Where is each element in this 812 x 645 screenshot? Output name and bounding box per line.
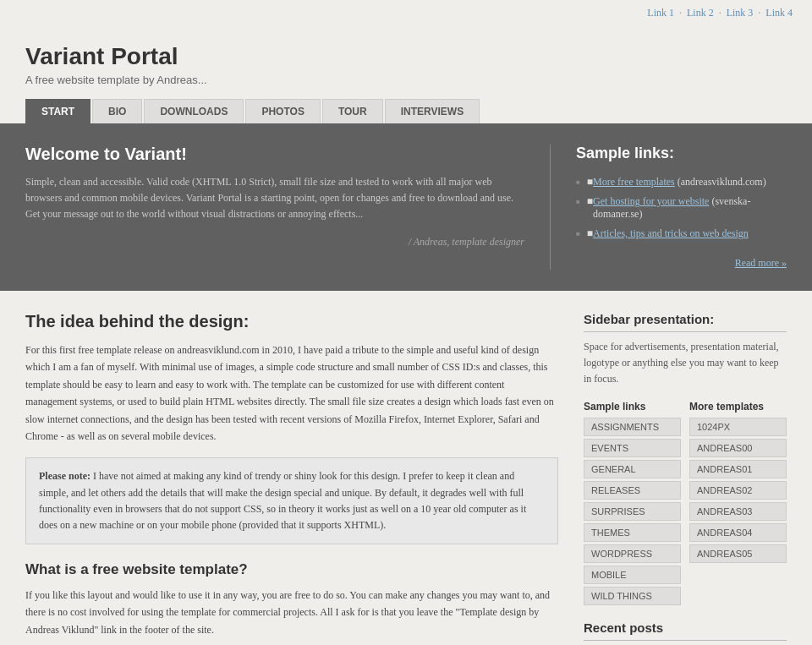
sample-link-2[interactable]: Get hosting for your website [593, 195, 709, 207]
main-content: The idea behind the design: For this fir… [25, 312, 558, 645]
note-label: Please note: [39, 470, 91, 482]
section1-title: The idea behind the design: [25, 312, 558, 331]
sample-link-item-1: ■ More free templates (andreasviklund.co… [576, 172, 787, 192]
site-subtitle: A free website template by Andreas... [25, 74, 787, 86]
nav-tab-start[interactable]: START [25, 99, 92, 123]
bullet-icon: ■ [587, 227, 593, 240]
sidebar-link-wordpress[interactable]: WORDPRESS [584, 544, 681, 563]
sidebar-link-events[interactable]: EVENTS [584, 439, 681, 457]
separator: · [679, 7, 684, 19]
body-section: The idea behind the design: For this fir… [0, 291, 812, 645]
nav-tab-photos[interactable]: PHOTOS [245, 99, 321, 123]
sample-link-item-2: ■ Get hosting for your website (svenska-… [576, 192, 787, 224]
bullet-icon: ■ [587, 195, 593, 208]
recent-posts: Recent posts Jun 26: Template released! … [584, 620, 787, 645]
sidebar-title: Sidebar presentation: [584, 312, 787, 332]
hero-left: Welcome to Variant! Simple, clean and ac… [25, 145, 550, 270]
sample-link-item-3: ■ Articles, tips and tricks on web desig… [576, 224, 787, 243]
sample-link-3[interactable]: Articles, tips and tricks on web design [593, 227, 749, 240]
read-more: Read more » [576, 256, 787, 270]
sidebar-link-andreas00[interactable]: ANDREAS00 [689, 439, 787, 457]
top-nav-link-3[interactable]: Link 3 [727, 7, 754, 19]
sidebar-link-surprises[interactable]: SURPRISES [584, 502, 681, 521]
more-templates-col: More templates 1024PX ANDREAS00 ANDREAS0… [689, 401, 787, 608]
sample-links-col: Sample links ASSIGNMENTS EVENTS GENERAL … [584, 401, 681, 608]
read-more-link[interactable]: Read more » [735, 257, 787, 269]
note-body: I have not aimed at making any kind of t… [39, 470, 526, 531]
sample-links-list: ■ More free templates (andreasviklund.co… [576, 172, 787, 243]
sample-links-col-title: Sample links [584, 401, 681, 413]
hero-section: Welcome to Variant! Simple, clean and ac… [0, 123, 812, 291]
sample-link-1[interactable]: More free templates [593, 176, 675, 188]
recent-posts-title: Recent posts [584, 620, 787, 641]
sidebar-link-andreas04[interactable]: ANDREAS04 [689, 523, 787, 542]
sidebar-link-general[interactable]: GENERAL [584, 460, 681, 478]
nav-tab-interviews[interactable]: INTERVIEWS [385, 99, 481, 123]
sidebar-link-andreas01[interactable]: ANDREAS01 [689, 460, 787, 478]
sidebar-link-mobile[interactable]: MOBILE [584, 566, 681, 584]
sample-link-1-suffix: (andreasviklund.com) [675, 176, 766, 188]
sidebar: Sidebar presentation: Space for advertis… [584, 312, 787, 645]
sidebar-link-wild-things[interactable]: WILD THINGS [584, 587, 681, 605]
separator: · [719, 7, 724, 19]
separator: · [758, 7, 763, 19]
sidebar-link-andreas02[interactable]: ANDREAS02 [689, 481, 787, 500]
nav-tab-bio[interactable]: BIO [92, 99, 144, 123]
main-navigation: START BIO DOWNLOADS PHOTOS TOUR INTERVIE… [0, 99, 812, 123]
section1-body: For this first free template release on … [25, 342, 558, 445]
top-nav-links: Link 1 · Link 2 · Link 3 · Link 4 [647, 7, 793, 19]
sidebar-link-themes[interactable]: THEMES [584, 523, 681, 542]
section2-body: If you like this layout and would like t… [25, 587, 558, 638]
note-box: Please note: I have not aimed at making … [25, 457, 558, 544]
section2-title: What is a free website template? [25, 561, 558, 578]
sample-links-title: Sample links: [576, 145, 787, 162]
hero-author: / Andreas, template designer [25, 236, 524, 249]
top-nav-link-4[interactable]: Link 4 [765, 7, 793, 19]
top-nav-link-1[interactable]: Link 1 [647, 7, 674, 19]
site-title: Variant Portal [25, 43, 787, 70]
sidebar-link-assignments[interactable]: ASSIGNMENTS [584, 418, 681, 436]
sidebar-link-andreas05[interactable]: ANDREAS05 [689, 544, 787, 563]
more-templates-col-title: More templates [689, 401, 787, 413]
top-navigation: Link 1 · Link 2 · Link 3 · Link 4 [0, 0, 812, 26]
top-nav-link-2[interactable]: Link 2 [687, 7, 714, 19]
hero-title: Welcome to Variant! [25, 145, 524, 164]
sidebar-links-grid: Sample links ASSIGNMENTS EVENTS GENERAL … [584, 401, 787, 608]
sidebar-link-releases[interactable]: RELEASES [584, 481, 681, 500]
sidebar-description: Space for advertisements, presentation m… [584, 339, 787, 388]
hero-right: Sample links: ■ More free templates (and… [550, 145, 787, 270]
nav-tab-tour[interactable]: TOUR [322, 99, 385, 123]
hero-body: Simple, clean and accessible. Valid code… [25, 174, 524, 223]
nav-tab-downloads[interactable]: DOWNLOADS [144, 99, 245, 123]
site-header: Variant Portal A free website template b… [0, 26, 812, 99]
bullet-icon: ■ [587, 176, 593, 189]
sidebar-link-andreas03[interactable]: ANDREAS03 [689, 502, 787, 521]
sidebar-link-1024px[interactable]: 1024PX [689, 418, 787, 436]
